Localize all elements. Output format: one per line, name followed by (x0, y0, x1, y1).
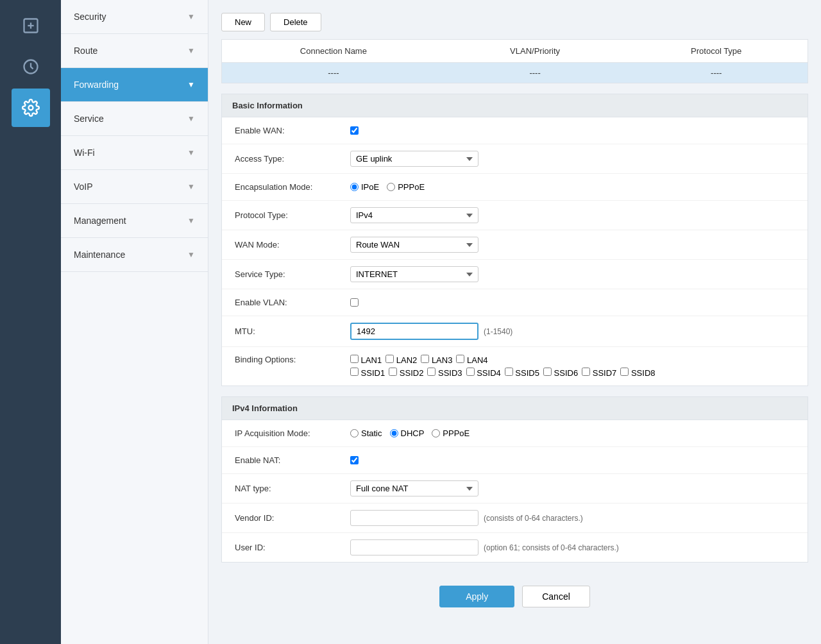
sidebar-item-label: Forwarding (74, 80, 119, 90)
wan-mode-row: WAN Mode: Route WAN Bridge WAN (222, 230, 808, 260)
mtu-label: MTU: (235, 326, 350, 336)
nat-type-label: NAT type: (235, 484, 350, 493)
ipv4-info-header: IPv4 Information (221, 396, 808, 419)
sidebar-icon-plus[interactable] (12, 6, 50, 45)
sidebar-item-management[interactable]: Management ▼ (61, 204, 208, 238)
service-type-row: Service Type: INTERNET TR069 VOIP OTHER (222, 260, 808, 289)
access-type-select[interactable]: GE uplink ADSL uplink 3G/4G uplink (350, 151, 478, 167)
new-button[interactable]: New (221, 13, 265, 31)
apply-button[interactable]: Apply (439, 586, 514, 607)
binding-lan3[interactable]: LAN3 (421, 355, 452, 365)
binding-ssid-row: SSID1 SSID2 SSID3 SSID4 SSID5 SSID6 SSID… (350, 368, 656, 378)
ip-acq-dhcp-radio[interactable] (390, 429, 398, 437)
binding-ssid4[interactable]: SSID4 (466, 368, 501, 378)
encap-mode-radio-group: IPoE PPPoE (350, 182, 425, 192)
cell-vlan: ---- (445, 63, 625, 83)
binding-ssid3[interactable]: SSID3 (427, 368, 462, 378)
vendor-id-input[interactable] (350, 510, 478, 526)
chevron-down-icon: ▼ (187, 250, 195, 259)
ip-acq-static-radio[interactable] (350, 429, 359, 437)
enable-vlan-label: Enable VLAN: (235, 298, 350, 307)
chevron-down-icon: ▼ (187, 216, 195, 225)
cancel-button[interactable]: Cancel (522, 586, 590, 607)
protocol-type-label: Protocol Type: (235, 210, 350, 220)
binding-lan4[interactable]: LAN4 (456, 355, 487, 365)
sidebar (0, 0, 61, 644)
enable-nat-checkbox[interactable] (350, 456, 359, 464)
ip-acq-radio-group: Static DHCP PPPoE (350, 428, 470, 438)
nat-type-select[interactable]: Full cone NAT Restricted cone NAT Port r… (350, 480, 478, 496)
encap-ipoe-radio[interactable] (350, 183, 359, 191)
sidebar-item-maintenance[interactable]: Maintenance ▼ (61, 238, 208, 272)
protocol-type-row: Protocol Type: IPv4 IPv6 IPv4/IPv6 (222, 201, 808, 230)
cell-protocol: ---- (625, 63, 808, 83)
enable-wan-checkbox[interactable] (350, 126, 359, 135)
binding-ssid5[interactable]: SSID5 (505, 368, 539, 378)
enable-vlan-checkbox[interactable] (350, 298, 359, 307)
binding-lan2[interactable]: LAN2 (385, 355, 417, 365)
binding-lan1[interactable]: LAN1 (350, 355, 382, 365)
binding-ssid8[interactable]: SSID8 (620, 368, 655, 378)
encap-mode-label: Encapsulation Mode: (235, 182, 350, 192)
sidebar-item-security[interactable]: Security ▼ (61, 0, 208, 34)
encap-pppoe-radio[interactable] (387, 183, 395, 191)
enable-nat-label: Enable NAT: (235, 455, 350, 465)
ip-acq-pppoe-radio[interactable] (432, 429, 440, 437)
sidebar-item-label: Wi-Fi (74, 148, 95, 158)
binding-ssid2[interactable]: SSID2 (389, 368, 423, 378)
binding-lan-row: LAN1 LAN2 LAN3 LAN4 (350, 355, 656, 365)
sidebar-item-label: Maintenance (74, 250, 125, 260)
sidebar-icon-gear[interactable] (12, 89, 50, 127)
sidebar-item-route[interactable]: Route ▼ (61, 34, 208, 68)
encap-ipoe-option[interactable]: IPoE (350, 182, 379, 192)
col-protocol-type: Protocol Type (625, 40, 808, 63)
vendor-id-label: Vendor ID: (235, 513, 350, 523)
binding-options-group: LAN1 LAN2 LAN3 LAN4 SSID1 SSID2 SSID3 SS… (350, 355, 656, 378)
mtu-row: MTU: 1492 (1-1540) (222, 316, 808, 347)
binding-options-row: Binding Options: LAN1 LAN2 LAN3 LAN4 SSI… (222, 347, 808, 386)
sidebar-item-label: Service (74, 114, 104, 124)
basic-info-section: Enable WAN: Access Type: GE uplink ADSL … (221, 117, 808, 386)
enable-vlan-row: Enable VLAN: (222, 289, 808, 316)
enable-wan-row: Enable WAN: (222, 117, 808, 144)
sidebar-item-wifi[interactable]: Wi-Fi ▼ (61, 136, 208, 170)
service-type-select[interactable]: INTERNET TR069 VOIP OTHER (350, 266, 478, 282)
cell-connection-name: ---- (222, 63, 445, 83)
vendor-id-row: Vendor ID: (consists of 0-64 characters.… (222, 504, 808, 533)
binding-ssid6[interactable]: SSID6 (543, 368, 578, 378)
nat-type-row: NAT type: Full cone NAT Restricted cone … (222, 474, 808, 504)
wan-mode-select[interactable]: Route WAN Bridge WAN (350, 237, 478, 253)
user-id-hint: (option 61; consists of 0-64 characters.… (484, 543, 619, 552)
ip-acq-static-option[interactable]: Static (350, 428, 382, 438)
sidebar-item-label: Security (74, 12, 106, 22)
binding-ssid7[interactable]: SSID7 (582, 368, 616, 378)
chevron-down-icon: ▼ (187, 148, 195, 157)
wan-mode-label: WAN Mode: (235, 240, 350, 250)
ip-acq-dhcp-option[interactable]: DHCP (390, 428, 425, 438)
sidebar-item-service[interactable]: Service ▼ (61, 102, 208, 136)
delete-button[interactable]: Delete (270, 13, 321, 31)
col-vlan-priority: VLAN/Priority (445, 40, 625, 63)
mtu-input[interactable]: 1492 (350, 323, 478, 340)
connection-table: Connection Name VLAN/Priority Protocol T… (221, 39, 808, 83)
encap-pppoe-option[interactable]: PPPoE (387, 182, 425, 192)
sidebar-item-voip[interactable]: VoIP ▼ (61, 170, 208, 204)
binding-ssid1[interactable]: SSID1 (350, 368, 385, 378)
main-content: New Delete Connection Name VLAN/Priority… (208, 0, 821, 644)
ip-acq-label: IP Acquisition Mode: (235, 428, 350, 438)
footer-buttons: Apply Cancel (221, 573, 808, 620)
chevron-down-icon: ▼ (187, 12, 195, 21)
sidebar-item-forwarding[interactable]: Forwarding ▼ (61, 68, 208, 102)
user-id-label: User ID: (235, 543, 350, 552)
table-row[interactable]: ---- ---- ---- (222, 63, 808, 83)
binding-options-label: Binding Options: (235, 355, 350, 364)
access-type-label: Access Type: (235, 154, 350, 164)
user-id-input[interactable] (350, 539, 478, 555)
protocol-type-select[interactable]: IPv4 IPv6 IPv4/IPv6 (350, 207, 478, 223)
ip-acq-row: IP Acquisition Mode: Static DHCP PPPoE (222, 420, 808, 447)
ip-acq-pppoe-option[interactable]: PPPoE (432, 428, 470, 438)
user-id-row: User ID: (option 61; consists of 0-64 ch… (222, 533, 808, 562)
service-type-label: Service Type: (235, 269, 350, 279)
sidebar-icon-clock[interactable] (12, 47, 50, 86)
ipv4-info-section: IP Acquisition Mode: Static DHCP PPPoE E… (221, 419, 808, 563)
